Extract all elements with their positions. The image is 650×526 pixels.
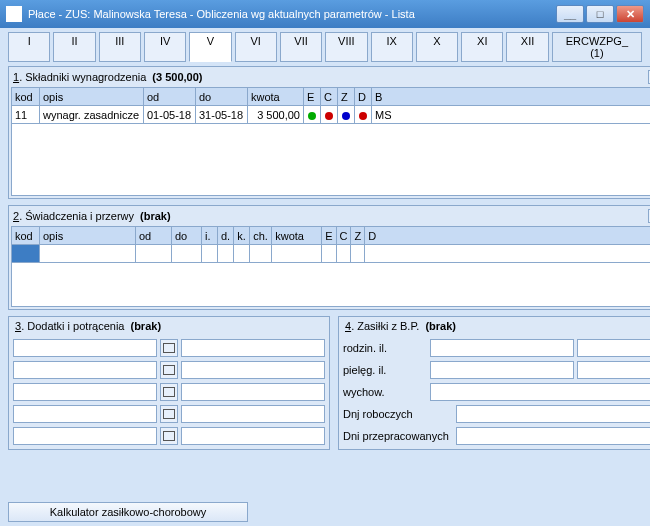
dodatki-input-2a[interactable] [13, 361, 157, 379]
window-title: Płace - ZUS: Malinowska Teresa - Oblicze… [28, 8, 415, 20]
app-icon [6, 6, 22, 22]
tab-I[interactable]: I [8, 32, 50, 62]
table-row [12, 245, 651, 263]
dni-przeprac-input[interactable] [456, 427, 650, 445]
dodatki-input-1a[interactable] [13, 339, 157, 357]
picker-icon[interactable] [160, 361, 178, 379]
picker-icon[interactable] [160, 383, 178, 401]
section-swiadczenia: 2. Świadczenia i przerwy (brak) Daty + −… [8, 205, 650, 310]
dni-roboczych-input[interactable] [456, 405, 650, 423]
table-swiadczenia[interactable]: kod opis od do i. d. k. ch. kwota E C Z … [11, 226, 650, 263]
dodatki-input-3a[interactable] [13, 383, 157, 401]
maximize-button[interactable]: □ [586, 5, 614, 23]
tab-VIII[interactable]: VIII [325, 32, 367, 62]
minimize-button[interactable]: __ [556, 5, 584, 23]
tab-XII[interactable]: XII [506, 32, 548, 62]
tab-VI[interactable]: VI [235, 32, 277, 62]
table-row: 11 wynagr. zasadnicze 01-05-18 31-05-18 … [12, 106, 651, 124]
picker-icon[interactable] [160, 339, 178, 357]
tab-extra[interactable]: ERCWZPG_ (1) [552, 32, 642, 62]
tab-IV[interactable]: IV [144, 32, 186, 62]
section-skladniki: 1. Składniki wynagrodzenia (3 500,00) Da… [8, 66, 650, 199]
tab-II[interactable]: II [53, 32, 95, 62]
tab-XI[interactable]: XI [461, 32, 503, 62]
dodatki-input-5b[interactable] [181, 427, 325, 445]
kalkulator-zasilkowo-button[interactable]: Kalkulator zasiłkowo-chorobowy [8, 502, 248, 522]
section-zasilki: 4. Zasiłki z B.P.(brak) rodzin. il. piel… [338, 316, 650, 450]
close-button[interactable]: ✕ [616, 5, 644, 23]
dodatki-input-5a[interactable] [13, 427, 157, 445]
section1-title: Składniki wynagrodzenia [25, 71, 146, 83]
pieleg-val-input[interactable] [577, 361, 650, 379]
section2-brak: (brak) [140, 210, 171, 222]
table-skladniki[interactable]: kod opis od do kwota E C Z D B 11 wynagr… [11, 87, 650, 124]
section-dodatki: 3. Dodatki i potrącenia(brak) [8, 316, 330, 450]
dodatki-input-2b[interactable] [181, 361, 325, 379]
dodatki-input-1b[interactable] [181, 339, 325, 357]
dodatki-input-4a[interactable] [13, 405, 157, 423]
section2-num: 2 [13, 210, 19, 222]
pieleg-il-input[interactable] [430, 361, 574, 379]
rodzin-il-input[interactable] [430, 339, 574, 357]
section1-total: (3 500,00) [152, 71, 202, 83]
tab-VII[interactable]: VII [280, 32, 322, 62]
section2-title: Świadczenia i przerwy [25, 210, 134, 222]
tab-X[interactable]: X [416, 32, 458, 62]
picker-icon[interactable] [160, 427, 178, 445]
dodatki-input-3b[interactable] [181, 383, 325, 401]
tab-IX[interactable]: IX [371, 32, 413, 62]
picker-icon[interactable] [160, 405, 178, 423]
tab-III[interactable]: III [99, 32, 141, 62]
dodatki-input-4b[interactable] [181, 405, 325, 423]
wychow-input[interactable] [430, 383, 650, 401]
tab-V[interactable]: V [189, 32, 231, 62]
section1-num: 1 [13, 71, 19, 83]
rodzin-val-input[interactable] [577, 339, 650, 357]
